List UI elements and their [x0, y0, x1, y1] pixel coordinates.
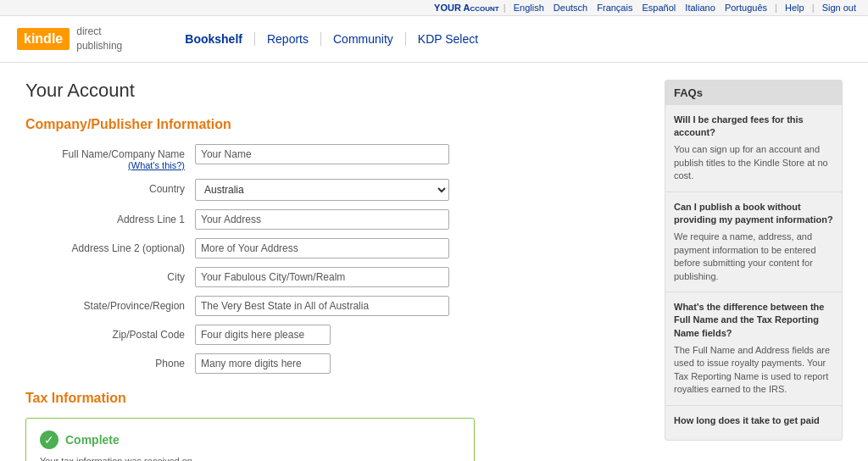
faq-answer-1: You can sign up for an account and publi…	[674, 143, 833, 182]
tax-info-text: Your tax information was received on	[40, 456, 460, 461]
form-row-country: Country Australia United States United K…	[25, 179, 648, 201]
company-section: Company/Publisher Information Full Name/…	[25, 117, 648, 374]
page-title: Your Account	[25, 80, 648, 102]
faq-item-4: How long does it take to get paid	[665, 406, 842, 440]
tax-box: ✓ Complete Your tax information was rece…	[25, 418, 475, 461]
top-bar: YOUR Account | English Deutsch Français …	[0, 0, 868, 16]
input-fullname[interactable]	[195, 144, 449, 164]
label-phone: Phone	[25, 353, 195, 369]
separator3: |	[812, 3, 815, 13]
input-zip[interactable]	[195, 325, 331, 345]
your-account-link[interactable]: YOUR Account	[434, 3, 499, 13]
sign-out-link[interactable]: Sign out	[822, 3, 856, 13]
help-link[interactable]: Help	[785, 3, 804, 13]
lang-english[interactable]: English	[514, 3, 544, 13]
separator2: |	[775, 3, 777, 13]
select-country[interactable]: Australia United States United Kingdom	[195, 179, 449, 201]
label-address2: Address Line 2 (optional)	[25, 238, 195, 254]
label-country: Country	[25, 179, 195, 195]
lang-espanol[interactable]: Español	[643, 3, 676, 13]
input-phone[interactable]	[195, 353, 331, 374]
control-country: Australia United States United Kingdom	[195, 179, 449, 201]
whats-this-fullname[interactable]: (What's this?)	[25, 160, 185, 170]
faq-question-4: How long does it take to get paid	[674, 414, 833, 427]
faq-item-1: Will I be charged fees for this account?…	[665, 105, 842, 192]
form-row-state: State/Province/Region	[25, 296, 648, 316]
faq-question-3: What's the difference between the Full N…	[674, 301, 833, 340]
control-address1	[195, 209, 449, 230]
input-city[interactable]	[195, 267, 449, 287]
control-phone	[195, 353, 449, 374]
control-fullname	[195, 144, 449, 164]
faq-item-3: What's the difference between the Full N…	[665, 292, 842, 406]
main-nav: Bookshelf Reports Community KDP Select	[173, 32, 490, 46]
control-address2	[195, 238, 449, 258]
control-zip	[195, 325, 449, 345]
nav-community[interactable]: Community	[321, 32, 406, 46]
label-fullname: Full Name/Company Name (What's this?)	[25, 144, 195, 170]
faq-item-2: Can I publish a book without providing m…	[665, 192, 842, 292]
faq-answer-2: We require a name, address, and payment …	[674, 230, 833, 283]
tax-complete-label: Complete	[65, 433, 120, 447]
tax-heading: Tax Information	[25, 391, 648, 406]
control-state	[195, 296, 449, 316]
label-address1: Address Line 1	[25, 209, 195, 225]
nav-bookshelf[interactable]: Bookshelf	[173, 32, 255, 46]
form-row-city: City	[25, 267, 648, 287]
company-heading: Company/Publisher Information	[25, 117, 648, 132]
kindle-logo: kindle	[17, 28, 70, 50]
form-row-address1: Address Line 1	[25, 209, 648, 230]
form-row-zip: Zip/Postal Code	[25, 325, 648, 345]
nav-kdp-select[interactable]: KDP Select	[406, 32, 490, 46]
control-city	[195, 267, 449, 287]
main-area: Your Account Company/Publisher Informati…	[25, 80, 648, 461]
form-row-phone: Phone	[25, 353, 648, 374]
tax-complete-row: ✓ Complete	[40, 430, 460, 449]
input-state[interactable]	[195, 296, 449, 316]
separator: |	[504, 3, 506, 13]
faq-question-2: Can I publish a book without providing m…	[674, 201, 833, 227]
faq-header: FAQs	[665, 81, 842, 105]
input-address1[interactable]	[195, 209, 449, 230]
form-row-fullname: Full Name/Company Name (What's this?)	[25, 144, 648, 170]
checkmark-icon: ✓	[40, 430, 58, 449]
input-address2[interactable]	[195, 238, 449, 258]
label-city: City	[25, 267, 195, 283]
lang-francais[interactable]: Français	[597, 3, 632, 13]
nav-reports[interactable]: Reports	[255, 32, 321, 46]
faq-answer-3: The Full Name and Address fields are use…	[674, 344, 833, 397]
lang-deutsch[interactable]: Deutsch	[554, 3, 587, 13]
faq-question-1: Will I be charged fees for this account?	[674, 114, 833, 140]
tax-section: Tax Information ✓ Complete Your tax info…	[25, 391, 648, 461]
lang-italiano[interactable]: Italiano	[685, 3, 715, 13]
header: kindle directpublishing Bookshelf Report…	[0, 16, 868, 63]
logo-area: kindle directpublishing	[17, 25, 122, 53]
sidebar: FAQs Will I be charged fees for this acc…	[665, 80, 843, 461]
lang-portugues[interactable]: Português	[725, 3, 767, 13]
page-content: Your Account Company/Publisher Informati…	[0, 63, 868, 461]
faq-box: FAQs Will I be charged fees for this acc…	[665, 80, 843, 441]
label-state: State/Province/Region	[25, 296, 195, 312]
form-row-address2: Address Line 2 (optional)	[25, 238, 648, 258]
label-zip: Zip/Postal Code	[25, 325, 195, 341]
logo-text: directpublishing	[76, 25, 122, 53]
